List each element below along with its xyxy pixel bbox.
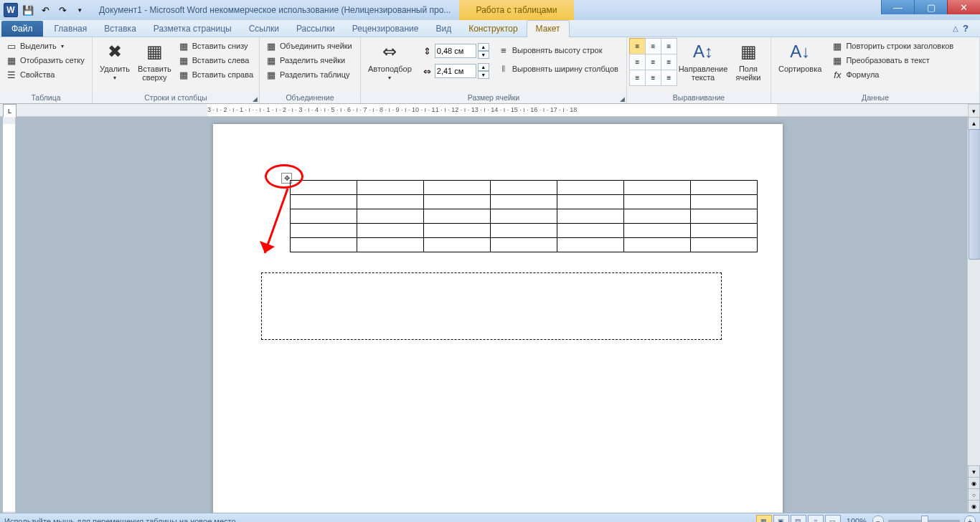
align-mid-right[interactable]: ≡ [661,54,677,70]
insert-below-label: Вставить снизу [192,42,248,50]
vertical-scrollbar[interactable]: ▲ ▼ ◉ ○ ◉ [967,117,980,513]
alignment-grid: ≡ ≡ ≡ ≡ ≡ ≡ ≡ ≡ ≡ [630,39,677,86]
cell-size-dialog-launcher[interactable]: ◢ [620,95,625,103]
table-row[interactable] [291,238,758,252]
tab-home[interactable]: Главная [46,21,96,37]
zoom-thumb[interactable] [921,516,928,522]
distribute-cols-button[interactable]: ⦀Выровнять ширину столбцов [495,62,621,76]
row-height-input[interactable]: ⇕ ▲▼ [422,43,489,59]
page[interactable]: ✥ [213,124,783,513]
group-cell-size: ⇔ Автоподбор▾ ⇕ ▲▼ ⇔ ▲▼ ≡Выровнять высот… [361,37,627,103]
ruler-ticks: 3 · ı · 2 · ı · 1 · ı · · ı · 1 · ı · 2 … [207,106,577,113]
minimize-button[interactable]: — [881,0,914,14]
zoom-in-button[interactable]: + [964,516,976,522]
view-draft[interactable]: ▭ [825,515,841,522]
text-direction-button[interactable]: A↕ Направление текста [682,39,725,83]
split-cells-label: Разделить ячейки [280,56,345,65]
width-up[interactable]: ▲ [478,63,489,71]
split-cells-button[interactable]: ▦Разделить ячейки [263,53,355,67]
height-up[interactable]: ▲ [478,43,489,51]
view-full-screen[interactable]: ▣ [773,515,789,522]
formula-label: Формула [846,70,879,79]
table-row[interactable] [291,209,758,224]
tab-page-layout[interactable]: Разметка страницы [145,21,240,37]
tab-review[interactable]: Рецензирование [344,21,428,37]
insert-above-button[interactable]: ▦ Вставить сверху [134,39,175,83]
width-down[interactable]: ▼ [478,71,489,79]
maximize-button[interactable]: ▢ [914,0,947,14]
convert-to-text-button[interactable]: ▦Преобразовать в текст [829,53,956,67]
undo-button[interactable]: ↶ [37,2,53,18]
insert-left-button[interactable]: ▦Вставить слева [175,53,256,67]
align-top-center[interactable]: ≡ [645,38,661,54]
annotation-circle [265,164,303,189]
document-table[interactable] [290,180,758,252]
tab-selector[interactable]: L [3,104,17,118]
align-bot-center[interactable]: ≡ [645,70,661,86]
close-button[interactable]: ✕ [947,0,980,14]
group-data-label: Данные [771,92,979,103]
col-width-input[interactable]: ⇔ ▲▼ [422,63,489,79]
tab-view[interactable]: Вид [427,21,460,37]
help-icon[interactable]: ? [963,23,974,34]
align-mid-center[interactable]: ≡ [645,54,661,70]
split-table-button[interactable]: ▦Разделить таблицу [263,67,355,82]
distribute-rows-button[interactable]: ≡Выровнять высоту строк [495,43,621,57]
view-gridlines-button[interactable]: ▦Отобразить сетку [3,53,88,67]
vertical-ruler[interactable] [3,117,16,513]
drag-target-outline [261,272,722,340]
group-alignment: ≡ ≡ ≡ ≡ ≡ ≡ ≡ ≡ ≡ A↕ Направление текста … [627,37,771,103]
tab-layout[interactable]: Макет [527,20,570,37]
select-button[interactable]: ▭Выделить▾ [3,39,88,53]
sort-label: Сортировка [778,65,821,73]
sort-button[interactable]: A↓ Сортировка [774,39,826,75]
view-outline[interactable]: ≡ [808,515,824,522]
tab-design[interactable]: Конструктор [460,21,526,37]
properties-label: Свойства [20,70,55,79]
tab-file[interactable]: Файл [1,21,43,37]
view-print-layout[interactable]: ▦ [756,515,772,522]
qat-customize-button[interactable]: ▾ [72,2,88,18]
next-page-button[interactable]: ◉ [968,500,980,513]
tab-references[interactable]: Ссылки [240,21,288,37]
ruler-toggle[interactable]: ▾ [968,104,980,118]
tab-mailings[interactable]: Рассылки [288,21,344,37]
convert-label: Преобразовать в текст [846,56,930,65]
view-web-layout[interactable]: ▤ [791,515,806,522]
ribbon-tabs: Файл Главная Вставка Разметка страницы С… [0,20,980,37]
merge-cells-button[interactable]: ▦Объединить ячейки [263,39,355,53]
table-row[interactable] [291,224,758,238]
align-top-right[interactable]: ≡ [661,38,677,54]
insert-right-button[interactable]: ▦Вставить справа [175,67,256,82]
horizontal-ruler[interactable]: 3 · ı · 2 · ı · 1 · ı · · ı · 1 · ı · 2 … [17,104,980,117]
document-area[interactable]: ✥ [16,117,980,513]
scroll-up-button[interactable]: ▲ [968,117,980,130]
ribbon-collapse-icon[interactable]: △ [953,24,958,32]
repeat-header-button[interactable]: ▦Повторить строки заголовков [829,39,956,53]
save-button[interactable]: 💾 [20,2,36,18]
redo-button[interactable]: ↷ [55,2,70,18]
insert-below-button[interactable]: ▦Вставить снизу [175,39,256,53]
align-mid-left[interactable]: ≡ [629,54,646,70]
scroll-thumb[interactable] [969,129,980,260]
table-row[interactable] [291,195,758,209]
rows-cols-dialog-launcher[interactable]: ◢ [253,95,258,103]
align-bot-left[interactable]: ≡ [629,70,646,86]
col-width-field[interactable] [435,64,476,78]
autofit-button[interactable]: ⇔ Автоподбор▾ [364,39,416,82]
zoom-out-button[interactable]: − [872,516,884,522]
properties-button[interactable]: ☰Свойства [3,67,88,82]
dist-cols-label: Выровнять ширину столбцов [512,65,618,73]
align-bot-right[interactable]: ≡ [661,70,677,86]
row-height-field[interactable] [435,44,476,58]
height-down[interactable]: ▼ [478,51,489,59]
cell-margins-button[interactable]: ▦ Поля ячейки [729,39,768,83]
table-row[interactable] [291,181,758,195]
zoom-level[interactable]: 100% [847,517,867,522]
app-icon[interactable]: W [3,2,19,18]
tab-insert[interactable]: Вставка [95,21,145,37]
group-table-label: Таблица [0,92,92,103]
formula-button[interactable]: fxФормула [829,67,956,82]
align-top-left[interactable]: ≡ [629,38,646,54]
delete-button[interactable]: ✖ Удалить▾ [95,39,134,82]
